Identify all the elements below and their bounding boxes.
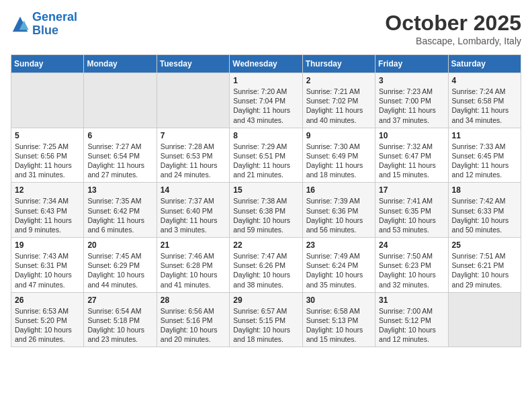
calendar-day-cell: 16Sunrise: 7:39 AM Sunset: 6:36 PM Dayli… (302, 183, 375, 238)
day-info: Sunrise: 7:00 AM Sunset: 5:12 PM Dayligh… (379, 306, 444, 345)
calendar-day-cell: 3Sunrise: 7:23 AM Sunset: 7:00 PM Daylig… (375, 73, 448, 128)
day-info: Sunrise: 6:53 AM Sunset: 5:20 PM Dayligh… (15, 306, 80, 345)
calendar-day-cell: 13Sunrise: 7:35 AM Sunset: 6:42 PM Dayli… (84, 183, 157, 238)
calendar-day-cell: 8Sunrise: 7:29 AM Sunset: 6:51 PM Daylig… (230, 128, 302, 183)
calendar-day-cell: 20Sunrise: 7:45 AM Sunset: 6:29 PM Dayli… (84, 238, 157, 293)
calendar-day-cell: 6Sunrise: 7:27 AM Sunset: 6:54 PM Daylig… (84, 128, 157, 183)
day-info: Sunrise: 7:29 AM Sunset: 6:51 PM Dayligh… (233, 142, 298, 180)
day-info: Sunrise: 7:35 AM Sunset: 6:42 PM Dayligh… (87, 196, 152, 234)
weekday-header-cell: Saturday (448, 55, 521, 73)
calendar-week-row: 1Sunrise: 7:20 AM Sunset: 7:04 PM Daylig… (11, 73, 521, 128)
weekday-header-cell: Thursday (302, 55, 375, 73)
day-number: 12 (15, 185, 80, 195)
day-info: Sunrise: 7:47 AM Sunset: 6:26 PM Dayligh… (233, 251, 298, 289)
day-info: Sunrise: 7:38 AM Sunset: 6:38 PM Dayligh… (233, 196, 298, 234)
day-number: 9 (306, 131, 371, 140)
day-number: 25 (452, 240, 517, 250)
calendar-day-cell (157, 73, 229, 128)
day-number: 22 (233, 240, 298, 250)
day-number: 13 (87, 185, 152, 195)
calendar-day-cell: 29Sunrise: 6:57 AM Sunset: 5:15 PM Dayli… (230, 292, 302, 347)
weekday-header-cell: Sunday (11, 55, 84, 73)
day-number: 2 (306, 76, 371, 85)
logo-icon (11, 15, 30, 34)
calendar-day-cell: 12Sunrise: 7:34 AM Sunset: 6:43 PM Dayli… (11, 183, 84, 238)
day-number: 20 (87, 240, 152, 250)
calendar-day-cell: 22Sunrise: 7:47 AM Sunset: 6:26 PM Dayli… (230, 238, 302, 293)
day-info: Sunrise: 7:39 AM Sunset: 6:36 PM Dayligh… (306, 196, 371, 234)
calendar-day-cell: 15Sunrise: 7:38 AM Sunset: 6:38 PM Dayli… (230, 183, 302, 238)
day-number: 19 (15, 240, 80, 250)
day-info: Sunrise: 7:28 AM Sunset: 6:53 PM Dayligh… (161, 142, 226, 180)
day-number: 21 (161, 240, 226, 250)
day-number: 26 (15, 295, 80, 305)
weekday-header-cell: Wednesday (230, 55, 302, 73)
calendar-day-cell: 26Sunrise: 6:53 AM Sunset: 5:20 PM Dayli… (11, 292, 84, 347)
day-info: Sunrise: 7:24 AM Sunset: 6:58 PM Dayligh… (452, 87, 517, 125)
day-number: 24 (379, 240, 444, 250)
day-info: Sunrise: 7:37 AM Sunset: 6:40 PM Dayligh… (161, 196, 226, 234)
weekday-header-row: SundayMondayTuesdayWednesdayThursdayFrid… (11, 55, 521, 73)
logo-text: General Blue (32, 11, 77, 38)
calendar-week-row: 12Sunrise: 7:34 AM Sunset: 6:43 PM Dayli… (11, 183, 521, 238)
day-number: 16 (306, 185, 371, 195)
day-number: 5 (15, 131, 80, 140)
calendar-day-cell: 4Sunrise: 7:24 AM Sunset: 6:58 PM Daylig… (448, 73, 521, 128)
day-info: Sunrise: 7:51 AM Sunset: 6:21 PM Dayligh… (452, 251, 517, 289)
calendar-day-cell (448, 292, 521, 347)
calendar-day-cell: 17Sunrise: 7:41 AM Sunset: 6:35 PM Dayli… (375, 183, 448, 238)
day-info: Sunrise: 7:30 AM Sunset: 6:49 PM Dayligh… (306, 142, 371, 180)
day-info: Sunrise: 7:34 AM Sunset: 6:43 PM Dayligh… (15, 196, 80, 234)
day-info: Sunrise: 7:23 AM Sunset: 7:00 PM Dayligh… (379, 87, 444, 125)
calendar-day-cell: 23Sunrise: 7:49 AM Sunset: 6:24 PM Dayli… (302, 238, 375, 293)
calendar-day-cell: 11Sunrise: 7:33 AM Sunset: 6:45 PM Dayli… (448, 128, 521, 183)
calendar-day-cell: 21Sunrise: 7:46 AM Sunset: 6:28 PM Dayli… (157, 238, 229, 293)
calendar-day-cell: 14Sunrise: 7:37 AM Sunset: 6:40 PM Dayli… (157, 183, 229, 238)
calendar-day-cell: 31Sunrise: 7:00 AM Sunset: 5:12 PM Dayli… (375, 292, 448, 347)
day-info: Sunrise: 7:33 AM Sunset: 6:45 PM Dayligh… (452, 142, 517, 180)
page-header: General Blue October 2025 Bascape, Lomba… (11, 11, 521, 46)
day-info: Sunrise: 7:46 AM Sunset: 6:28 PM Dayligh… (161, 251, 226, 289)
logo-line2: Blue (32, 24, 77, 38)
day-number: 4 (452, 76, 517, 85)
calendar-week-row: 5Sunrise: 7:25 AM Sunset: 6:56 PM Daylig… (11, 128, 521, 183)
calendar-day-cell: 10Sunrise: 7:32 AM Sunset: 6:47 PM Dayli… (375, 128, 448, 183)
calendar-day-cell: 18Sunrise: 7:42 AM Sunset: 6:33 PM Dayli… (448, 183, 521, 238)
calendar-day-cell: 28Sunrise: 6:56 AM Sunset: 5:16 PM Dayli… (157, 292, 229, 347)
day-info: Sunrise: 7:41 AM Sunset: 6:35 PM Dayligh… (379, 196, 444, 234)
day-info: Sunrise: 6:54 AM Sunset: 5:18 PM Dayligh… (87, 306, 152, 345)
calendar-body: 1Sunrise: 7:20 AM Sunset: 7:04 PM Daylig… (11, 73, 521, 347)
day-number: 6 (87, 131, 152, 140)
day-number: 30 (306, 295, 371, 305)
day-info: Sunrise: 7:45 AM Sunset: 6:29 PM Dayligh… (87, 251, 152, 289)
month-title: October 2025 (385, 11, 521, 36)
calendar-day-cell: 25Sunrise: 7:51 AM Sunset: 6:21 PM Dayli… (448, 238, 521, 293)
day-number: 28 (161, 295, 226, 305)
day-info: Sunrise: 7:49 AM Sunset: 6:24 PM Dayligh… (306, 251, 371, 289)
logo-line1: General (32, 10, 77, 24)
day-info: Sunrise: 7:21 AM Sunset: 7:02 PM Dayligh… (306, 87, 371, 125)
calendar-week-row: 19Sunrise: 7:43 AM Sunset: 6:31 PM Dayli… (11, 238, 521, 293)
calendar-week-row: 26Sunrise: 6:53 AM Sunset: 5:20 PM Dayli… (11, 292, 521, 347)
weekday-header-cell: Tuesday (157, 55, 229, 73)
calendar-day-cell (11, 73, 84, 128)
calendar-day-cell: 24Sunrise: 7:50 AM Sunset: 6:23 PM Dayli… (375, 238, 448, 293)
day-info: Sunrise: 6:56 AM Sunset: 5:16 PM Dayligh… (161, 306, 226, 345)
day-number: 7 (161, 131, 226, 140)
day-number: 1 (233, 76, 298, 85)
calendar-day-cell: 9Sunrise: 7:30 AM Sunset: 6:49 PM Daylig… (302, 128, 375, 183)
calendar-day-cell: 7Sunrise: 7:28 AM Sunset: 6:53 PM Daylig… (157, 128, 229, 183)
day-number: 27 (87, 295, 152, 305)
calendar-table: SundayMondayTuesdayWednesdayThursdayFrid… (11, 54, 521, 347)
day-info: Sunrise: 7:42 AM Sunset: 6:33 PM Dayligh… (452, 196, 517, 234)
calendar-day-cell: 30Sunrise: 6:58 AM Sunset: 5:13 PM Dayli… (302, 292, 375, 347)
day-number: 29 (233, 295, 298, 305)
logo: General Blue (11, 11, 77, 38)
calendar-day-cell (84, 73, 157, 128)
day-number: 18 (452, 185, 517, 195)
day-info: Sunrise: 6:57 AM Sunset: 5:15 PM Dayligh… (233, 306, 298, 345)
day-info: Sunrise: 7:50 AM Sunset: 6:23 PM Dayligh… (379, 251, 444, 289)
day-number: 14 (161, 185, 226, 195)
calendar-day-cell: 27Sunrise: 6:54 AM Sunset: 5:18 PM Dayli… (84, 292, 157, 347)
day-info: Sunrise: 7:25 AM Sunset: 6:56 PM Dayligh… (15, 142, 80, 180)
